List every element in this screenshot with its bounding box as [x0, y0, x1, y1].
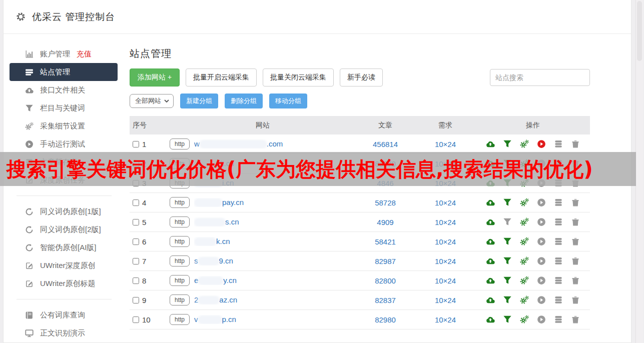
site-domain-link[interactable]: s.cn: [194, 218, 239, 226]
sidebar-item-5[interactable]: 手动运行测试: [10, 135, 118, 153]
http-button[interactable]: http: [170, 216, 190, 228]
sidebar-item-12[interactable]: UWriter原创标题: [10, 274, 118, 292]
site-domain-link[interactable]: vp.cn: [194, 315, 236, 324]
database-icon[interactable]: [554, 218, 563, 226]
row-checkbox[interactable]: [133, 278, 139, 284]
play-icon[interactable]: [537, 296, 546, 304]
move-group-button[interactable]: 移动分组: [269, 94, 307, 108]
database-icon[interactable]: [554, 296, 563, 304]
funnel-icon[interactable]: [503, 256, 512, 266]
gears-icon[interactable]: [520, 218, 529, 226]
sidebar-item-suffix[interactable]: 充值: [77, 50, 92, 59]
batch-open-button[interactable]: 批量开启云端采集: [186, 68, 257, 86]
sidebar-item-10[interactable]: 智能伪原创[AI版]: [10, 238, 118, 256]
trash-icon[interactable]: [571, 140, 580, 148]
sidebar-item-4[interactable]: 采集细节设置: [10, 117, 118, 135]
gears-icon[interactable]: [520, 296, 529, 304]
http-button[interactable]: http: [170, 275, 190, 286]
row-checkbox[interactable]: [133, 200, 139, 206]
articles-count[interactable]: 456814: [356, 140, 415, 148]
row-checkbox[interactable]: [133, 258, 139, 264]
site-domain-link[interactable]: s9.cn: [194, 256, 233, 266]
site-search-input[interactable]: [490, 69, 590, 86]
articles-count[interactable]: 82800: [356, 276, 415, 285]
cloud-upload-icon[interactable]: [486, 276, 495, 285]
add-site-button[interactable]: 添加网站 +: [130, 68, 180, 86]
row-checkbox[interactable]: [133, 297, 139, 304]
batch-close-button[interactable]: 批量关闭云端采集: [263, 68, 334, 86]
articles-count[interactable]: 82987: [356, 257, 415, 266]
trash-icon[interactable]: [571, 237, 580, 246]
delete-group-button[interactable]: 删除分组: [225, 94, 263, 108]
articles-count[interactable]: 82980: [356, 316, 415, 324]
http-button[interactable]: http: [170, 138, 190, 150]
cloud-upload-icon[interactable]: [486, 256, 495, 266]
site-domain-link[interactable]: w.com: [194, 140, 283, 148]
play-icon[interactable]: [537, 198, 546, 207]
funnel-icon[interactable]: [503, 198, 512, 207]
http-button[interactable]: http: [170, 256, 190, 266]
funnel-icon[interactable]: [503, 218, 512, 226]
sidebar-item-8[interactable]: 同义词伪原创[1版]: [10, 202, 118, 220]
group-select[interactable]: 全部网站: [130, 94, 174, 108]
sidebar-item-11[interactable]: UWriter深度原创: [10, 256, 118, 274]
http-button[interactable]: http: [170, 294, 190, 306]
articles-count[interactable]: 58421: [356, 238, 415, 246]
beginner-guide-button[interactable]: 新手必读: [340, 68, 383, 86]
sidebar-item-13[interactable]: 公有词库查询: [10, 306, 118, 324]
sidebar-item-0[interactable]: 账户管理 充值: [10, 45, 118, 63]
site-domain-link[interactable]: ey.cn: [194, 276, 237, 285]
http-button[interactable]: http: [170, 236, 190, 247]
gears-icon[interactable]: [520, 237, 529, 246]
play-icon[interactable]: [537, 218, 546, 226]
play-icon[interactable]: [537, 315, 546, 324]
sidebar-item-3[interactable]: 栏目与关键词: [10, 99, 118, 117]
sidebar-item-14[interactable]: 正文识别演示: [10, 324, 118, 342]
trash-icon[interactable]: [571, 218, 580, 226]
articles-count[interactable]: 4909: [356, 218, 415, 226]
trash-icon[interactable]: [571, 296, 580, 304]
play-icon[interactable]: [537, 140, 546, 148]
database-icon[interactable]: [554, 315, 563, 324]
articles-count[interactable]: 58728: [356, 198, 415, 207]
gears-icon[interactable]: [520, 256, 529, 266]
gears-icon[interactable]: [520, 276, 529, 285]
http-button[interactable]: http: [170, 197, 190, 208]
sidebar-item-9[interactable]: 同义词伪原创[2版]: [10, 220, 118, 238]
cloud-upload-icon[interactable]: [486, 296, 495, 304]
funnel-icon[interactable]: [503, 296, 512, 304]
cloud-upload-icon[interactable]: [486, 140, 495, 148]
play-icon[interactable]: [537, 237, 546, 246]
database-icon[interactable]: [554, 256, 563, 266]
database-icon[interactable]: [554, 276, 563, 285]
gears-icon[interactable]: [520, 198, 529, 207]
http-button[interactable]: http: [170, 314, 190, 325]
site-domain-link[interactable]: k.cn: [194, 237, 230, 246]
trash-icon[interactable]: [571, 276, 580, 285]
database-icon[interactable]: [554, 198, 563, 207]
row-checkbox[interactable]: [133, 219, 139, 226]
cloud-upload-icon[interactable]: [486, 315, 495, 324]
sidebar-item-2[interactable]: 接口文件相关: [10, 81, 118, 99]
funnel-icon[interactable]: [503, 140, 512, 148]
trash-icon[interactable]: [571, 256, 580, 266]
articles-count[interactable]: 82837: [356, 296, 415, 304]
funnel-icon[interactable]: [503, 237, 512, 246]
scrollbar[interactable]: [635, 0, 643, 343]
funnel-icon[interactable]: [503, 315, 512, 324]
sidebar-item-1[interactable]: 站点管理: [10, 63, 118, 81]
play-icon[interactable]: [537, 276, 546, 285]
gears-icon[interactable]: [520, 315, 529, 324]
row-checkbox[interactable]: [133, 316, 139, 323]
site-domain-link[interactable]: 2az.cn: [194, 296, 237, 304]
database-icon[interactable]: [554, 237, 563, 246]
gears-icon[interactable]: [520, 140, 529, 148]
cloud-upload-icon[interactable]: [486, 237, 495, 246]
cloud-upload-icon[interactable]: [486, 198, 495, 207]
cloud-upload-icon[interactable]: [486, 218, 495, 226]
database-icon[interactable]: [554, 140, 563, 148]
trash-icon[interactable]: [571, 315, 580, 324]
new-group-button[interactable]: 新建分组: [180, 94, 218, 108]
row-checkbox[interactable]: [133, 238, 139, 245]
row-checkbox[interactable]: [133, 141, 139, 148]
